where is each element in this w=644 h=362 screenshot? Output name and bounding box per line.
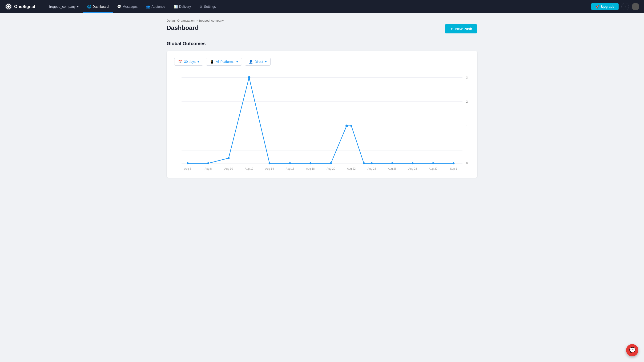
svg-point-24 — [391, 162, 393, 164]
platform-icon: 📱 — [210, 60, 214, 64]
svg-text:Aug 30: Aug 30 — [429, 167, 438, 170]
attribution-filter[interactable]: 👤 Direct ▾ — [245, 58, 271, 66]
main-content: Default Organization > frogpod_company D… — [157, 13, 487, 183]
svg-text:Aug 14: Aug 14 — [265, 167, 274, 170]
svg-point-2 — [7, 6, 10, 8]
breadcrumb-separator: > — [196, 19, 198, 22]
settings-icon: ⚙ — [199, 5, 202, 8]
svg-text:Aug 20: Aug 20 — [326, 167, 335, 170]
page-title: Dashboard — [167, 24, 199, 32]
audience-icon: 👥 — [146, 5, 150, 8]
svg-text:Aug 24: Aug 24 — [368, 167, 376, 170]
svg-point-23 — [371, 162, 372, 164]
rocket-icon: 🚀 — [596, 5, 600, 8]
new-push-button[interactable]: ＋ New Push — [445, 24, 477, 34]
svg-text:Aug 12: Aug 12 — [245, 167, 253, 170]
section-title: Global Outcomes — [167, 41, 477, 46]
svg-point-22 — [363, 162, 365, 164]
svg-point-14 — [228, 157, 230, 159]
messages-icon: 💬 — [117, 5, 121, 8]
svg-text:1: 1 — [466, 124, 468, 128]
svg-point-26 — [432, 162, 434, 164]
plus-icon: ＋ — [450, 26, 453, 31]
app-selector-label: frogpod_company — [49, 5, 76, 8]
app-selector[interactable]: frogpod_company ▾ — [47, 3, 81, 10]
navbar: OneSignal frogpod_company ▾ 🌐 Dashboard … — [0, 0, 644, 13]
svg-text:0: 0 — [466, 162, 468, 165]
nav-link-messages[interactable]: 💬 Messages — [113, 0, 142, 13]
svg-text:Aug 6: Aug 6 — [184, 167, 191, 170]
svg-text:Aug 18: Aug 18 — [306, 167, 315, 170]
svg-point-16 — [268, 162, 270, 164]
days-filter[interactable]: 📅 30 days ▾ — [174, 58, 203, 66]
calendar-icon: 📅 — [178, 60, 182, 64]
nav-link-dashboard[interactable]: 🌐 Dashboard — [83, 0, 113, 13]
platforms-filter[interactable]: 📱 All Platforms ▾ — [206, 58, 242, 66]
svg-text:2: 2 — [466, 100, 468, 103]
svg-point-12 — [187, 162, 188, 164]
direct-icon: 👤 — [249, 60, 253, 64]
chart-card: 📅 30 days ▾ 📱 All Platforms ▾ 👤 Direct ▾ — [167, 51, 477, 178]
logo-text: OneSignal — [14, 4, 35, 9]
svg-point-15 — [248, 76, 250, 79]
svg-point-17 — [289, 162, 291, 164]
dashboard-icon: 🌐 — [87, 5, 91, 8]
filter-row: 📅 30 days ▾ 📱 All Platforms ▾ 👤 Direct ▾ — [174, 58, 470, 66]
onesignal-logo-icon — [5, 3, 12, 10]
avatar[interactable] — [632, 3, 639, 10]
svg-text:Aug 8: Aug 8 — [204, 167, 212, 170]
svg-text:Aug 22: Aug 22 — [347, 167, 356, 170]
help-icon: ? — [624, 5, 626, 9]
chevron-down-icon: ▾ — [236, 60, 238, 64]
chevron-down-icon: ▾ — [198, 60, 199, 64]
svg-point-20 — [345, 124, 348, 127]
logo[interactable]: OneSignal — [5, 3, 39, 10]
breadcrumb: Default Organization > frogpod_company — [167, 19, 477, 22]
chart-area: 3 2 1 0 — [174, 72, 470, 171]
svg-text:Aug 16: Aug 16 — [286, 167, 294, 170]
svg-point-19 — [330, 162, 332, 164]
nav-link-audience[interactable]: 👥 Audience — [142, 0, 169, 13]
breadcrumb-org[interactable]: Default Organization — [167, 19, 195, 22]
svg-text:Aug 28: Aug 28 — [408, 167, 417, 170]
svg-point-25 — [412, 162, 414, 164]
chart-svg: 3 2 1 0 — [174, 72, 470, 171]
svg-point-27 — [453, 162, 454, 164]
svg-text:Aug 10: Aug 10 — [224, 167, 233, 170]
nav-link-settings[interactable]: ⚙ Settings — [195, 0, 220, 13]
help-button[interactable]: ? — [622, 3, 629, 10]
delivery-icon: 📊 — [174, 5, 178, 8]
svg-text:Sep 1: Sep 1 — [450, 167, 457, 170]
chevron-down-icon: ▾ — [265, 60, 267, 64]
svg-text:Aug 26: Aug 26 — [388, 167, 396, 170]
chevron-down-icon: ▾ — [77, 5, 78, 8]
svg-point-21 — [350, 125, 352, 127]
nav-right: 🚀 Upgrade ? — [591, 3, 639, 10]
nav-link-delivery[interactable]: 📊 Delivery — [170, 0, 195, 13]
nav-divider — [45, 3, 45, 10]
svg-point-13 — [207, 162, 209, 164]
upgrade-button[interactable]: 🚀 Upgrade — [591, 3, 618, 10]
svg-point-18 — [310, 162, 312, 164]
svg-text:3: 3 — [466, 76, 468, 79]
nav-links: 🌐 Dashboard 💬 Messages 👥 Audience 📊 Deli… — [83, 0, 591, 13]
breadcrumb-app: frogpod_company — [199, 19, 224, 22]
page-header: Dashboard ＋ New Push — [167, 24, 477, 34]
